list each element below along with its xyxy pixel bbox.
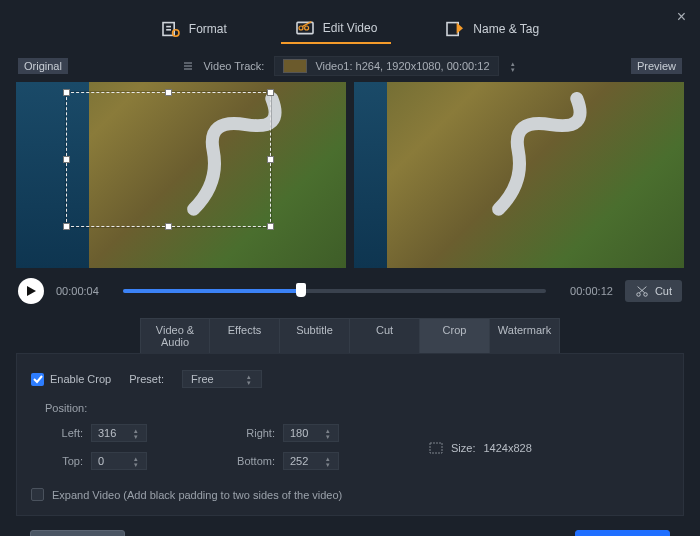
svg-line-15 <box>638 287 645 293</box>
svg-rect-8 <box>447 23 458 36</box>
video-panes <box>0 82 700 268</box>
left-input[interactable]: 316 ▴▾ <box>91 424 147 442</box>
scissors-icon <box>635 284 649 298</box>
position-label: Position: <box>45 402 669 414</box>
preset-value: Free <box>191 373 214 385</box>
tab-format-label: Format <box>189 22 227 36</box>
preview-label: Preview <box>631 58 682 74</box>
right-stepper[interactable]: ▴▾ <box>324 428 332 439</box>
right-value: 180 <box>290 427 318 439</box>
tab-format[interactable]: Format <box>147 14 241 44</box>
enable-crop-label: Enable Crop <box>50 373 111 385</box>
format-icon <box>161 21 181 37</box>
tab-edit-video-label: Edit Video <box>323 21 378 35</box>
preview-video-pane <box>354 82 684 268</box>
checkbox-unchecked-icon <box>31 488 44 501</box>
original-video-pane[interactable] <box>16 82 346 268</box>
right-label: Right: <box>237 427 275 439</box>
expand-video-label: Expand Video (Add black padding to two s… <box>52 489 342 501</box>
size-label: Size: <box>451 442 475 454</box>
time-total: 00:00:12 <box>558 285 613 297</box>
crop-handle-nw[interactable] <box>63 89 70 96</box>
timeline-fill <box>123 289 301 293</box>
crop-handle-sw[interactable] <box>63 223 70 230</box>
time-current: 00:00:04 <box>56 285 111 297</box>
video-track-label: Video Track: <box>203 60 264 72</box>
svg-point-13 <box>644 293 648 297</box>
expand-video-checkbox[interactable]: Expand Video (Add black padding to two s… <box>31 488 669 501</box>
sub-tabs: Video & Audio Effects Subtitle Cut Crop … <box>16 318 684 353</box>
svg-rect-16 <box>430 443 442 453</box>
play-bar: 00:00:04 00:00:12 Cut <box>0 268 700 310</box>
left-value: 316 <box>98 427 126 439</box>
crop-handle-n[interactable] <box>165 89 172 96</box>
top-nav: Format Edit Video Name & Tag <box>0 0 700 50</box>
tab-edit-video[interactable]: Edit Video <box>281 14 392 44</box>
video-track-stepper[interactable]: ▴▾ <box>509 61 517 72</box>
svg-line-14 <box>639 287 646 293</box>
scenery-road <box>427 92 675 222</box>
track-list-icon <box>183 61 193 71</box>
play-button[interactable] <box>18 278 44 304</box>
size-icon <box>429 442 443 454</box>
crop-handle-w[interactable] <box>63 156 70 163</box>
bottom-value: 252 <box>290 455 318 467</box>
crop-handle-ne[interactable] <box>267 89 274 96</box>
timeline-thumb[interactable] <box>296 283 306 297</box>
bottom-label: Bottom: <box>237 455 275 467</box>
video-track-select[interactable]: Video1: h264, 1920x1080, 00:00:12 <box>274 56 498 76</box>
top-label: Top: <box>45 455 83 467</box>
top-value: 0 <box>98 455 126 467</box>
svg-point-12 <box>637 293 641 297</box>
subtab-subtitle[interactable]: Subtitle <box>280 318 350 353</box>
cut-button[interactable]: Cut <box>625 280 682 302</box>
bottom-stepper[interactable]: ▴▾ <box>324 456 332 467</box>
tab-name-tag-label: Name & Tag <box>473 22 539 36</box>
name-tag-icon <box>445 21 465 37</box>
svg-point-6 <box>304 26 308 30</box>
crop-handle-s[interactable] <box>165 223 172 230</box>
subtab-video-audio[interactable]: Video & Audio <box>140 318 210 353</box>
footer: Cancel Done <box>0 516 700 536</box>
cut-button-label: Cut <box>655 285 672 297</box>
left-label: Left: <box>45 427 83 439</box>
cancel-button[interactable]: Cancel <box>30 530 125 536</box>
right-input[interactable]: 180 ▴▾ <box>283 424 339 442</box>
top-stepper[interactable]: ▴▾ <box>132 456 140 467</box>
video-track-row: Video Track: Video1: h264, 1920x1080, 00… <box>0 50 700 78</box>
svg-point-5 <box>299 26 303 30</box>
preset-label: Preset: <box>129 373 164 385</box>
subtab-watermark[interactable]: Watermark <box>490 318 560 353</box>
edit-video-icon <box>295 20 315 36</box>
timeline-slider[interactable] <box>123 289 546 293</box>
crop-panel: Enable Crop Preset: Free ▴▾ Position: Le… <box>16 353 684 516</box>
play-icon <box>25 285 37 297</box>
subtab-crop[interactable]: Crop <box>420 318 490 353</box>
preset-stepper[interactable]: ▴▾ <box>245 374 253 385</box>
close-icon[interactable]: × <box>677 8 686 26</box>
original-label: Original <box>18 58 68 74</box>
video-track-thumb <box>283 59 307 73</box>
crop-handle-e[interactable] <box>267 156 274 163</box>
preset-select[interactable]: Free ▴▾ <box>182 370 262 388</box>
bottom-input[interactable]: 252 ▴▾ <box>283 452 339 470</box>
checkbox-checked-icon <box>31 373 44 386</box>
crop-handle-se[interactable] <box>267 223 274 230</box>
tab-name-tag[interactable]: Name & Tag <box>431 14 553 44</box>
crop-rectangle[interactable] <box>66 92 271 227</box>
scenery-sea <box>354 82 387 268</box>
enable-crop-checkbox[interactable]: Enable Crop <box>31 373 111 386</box>
subtab-cut[interactable]: Cut <box>350 318 420 353</box>
video-track-value: Video1: h264, 1920x1080, 00:00:12 <box>315 60 489 72</box>
top-input[interactable]: 0 ▴▾ <box>91 452 147 470</box>
done-button[interactable]: Done <box>575 530 670 536</box>
size-value: 1424x828 <box>483 442 531 454</box>
subtab-effects[interactable]: Effects <box>210 318 280 353</box>
left-stepper[interactable]: ▴▾ <box>132 428 140 439</box>
